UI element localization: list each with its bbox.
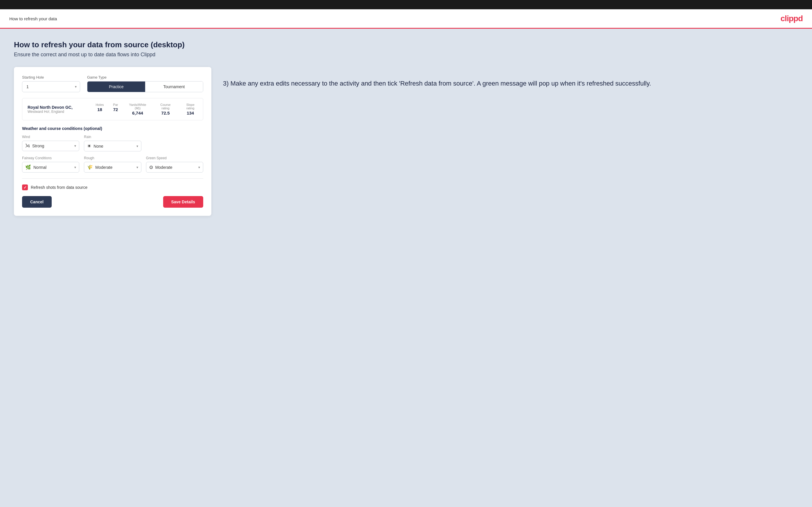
- holes-value: 18: [96, 107, 104, 112]
- yards-label: Yards/White (M)): [128, 103, 148, 110]
- sidebar-text: 3) Make any extra edits necessary to the…: [223, 67, 798, 88]
- logo: clippd: [781, 14, 803, 23]
- rough-group: Rough 🌾 Moderate ▾: [84, 156, 141, 173]
- course-info-box: Royal North Devon GC, Westward Ho!, Engl…: [22, 98, 203, 120]
- content-row: Starting Hole 1 Game Type Practice Tourn…: [14, 67, 798, 216]
- green-speed-label: Green Speed: [146, 156, 203, 160]
- divider: [22, 178, 203, 179]
- fairway-group: Fairway Conditions 🌿 Normal ▾: [22, 156, 79, 173]
- holes-label: Holes: [96, 103, 104, 106]
- fairway-chevron-icon: ▾: [74, 165, 76, 169]
- wind-value: Strong: [32, 144, 68, 148]
- holes-stat: Holes 18: [96, 103, 104, 115]
- wind-select[interactable]: 🌬 Strong ▾: [22, 141, 79, 151]
- slope-rating-value: 134: [183, 111, 198, 115]
- yards-value: 6,744: [128, 111, 148, 115]
- green-speed-value: Moderate: [155, 165, 193, 170]
- green-speed-group: Green Speed ⊙ Moderate ▾: [146, 156, 203, 173]
- rough-select[interactable]: 🌾 Moderate ▾: [84, 162, 141, 173]
- slope-rating-label: Slope rating: [183, 103, 198, 110]
- game-type-buttons: Practice Tournament: [87, 81, 203, 92]
- rain-icon: ☀: [87, 143, 91, 149]
- green-speed-icon: ⊙: [149, 164, 153, 170]
- rough-icon: 🌾: [87, 164, 93, 170]
- page-heading: How to refresh your data from source (de…: [14, 40, 798, 49]
- rain-select[interactable]: ☀ None ▾: [84, 141, 141, 152]
- sidebar-instruction: 3) Make any extra edits necessary to the…: [223, 78, 798, 88]
- fairway-icon: 🌿: [25, 164, 31, 170]
- top-bar: [0, 0, 812, 9]
- wind-rain-row: Wind 🌬 Strong ▾ Rain ☀ None ▾: [22, 135, 203, 152]
- action-row: Cancel Save Details: [22, 196, 203, 208]
- main-content: How to refresh your data from source (de…: [0, 29, 812, 507]
- refresh-label: Refresh shots from data source: [31, 185, 87, 190]
- rough-chevron-icon: ▾: [137, 165, 138, 169]
- par-stat: Par 72: [113, 103, 118, 115]
- yards-stat: Yards/White (M)) 6,744: [128, 103, 148, 115]
- rain-chevron-icon: ▾: [137, 144, 138, 148]
- header-title: How to refresh your data: [9, 16, 57, 21]
- green-speed-select[interactable]: ⊙ Moderate ▾: [146, 162, 203, 173]
- weather-section-label: Weather and course conditions (optional): [22, 126, 203, 131]
- conditions-row-2: Fairway Conditions 🌿 Normal ▾ Rough 🌾 Mo…: [22, 156, 203, 173]
- par-label: Par: [113, 103, 118, 106]
- course-location: Westward Ho!, England: [28, 110, 96, 114]
- wind-group: Wind 🌬 Strong ▾: [22, 135, 79, 152]
- game-type-label: Game Type: [87, 75, 203, 79]
- fairway-select[interactable]: 🌿 Normal ▾: [22, 162, 79, 173]
- header: How to refresh your data clippd: [0, 9, 812, 29]
- rough-label: Rough: [84, 156, 141, 160]
- rough-value: Moderate: [95, 165, 130, 170]
- starting-hole-group: Starting Hole 1: [22, 75, 80, 92]
- page-subheading: Ensure the correct and most up to date d…: [14, 52, 798, 58]
- wind-icon: 🌬: [25, 143, 30, 149]
- starting-hole-select[interactable]: 1: [22, 81, 80, 92]
- starting-hole-select-wrapper[interactable]: 1: [22, 81, 80, 92]
- wind-label: Wind: [22, 135, 79, 139]
- course-stats: Holes 18 Par 72 Yards/White (M)) 6,744 C…: [96, 103, 198, 115]
- form-card: Starting Hole 1 Game Type Practice Tourn…: [14, 67, 211, 216]
- par-value: 72: [113, 107, 118, 112]
- tournament-button[interactable]: Tournament: [145, 81, 203, 92]
- fairway-label: Fairway Conditions: [22, 156, 79, 160]
- practice-button[interactable]: Practice: [87, 81, 145, 92]
- game-type-group: Game Type Practice Tournament: [87, 75, 203, 92]
- wind-chevron-icon: ▾: [74, 144, 76, 148]
- slope-rating-stat: Slope rating 134: [183, 103, 198, 115]
- refresh-row: Refresh shots from data source: [22, 184, 203, 190]
- top-form-row: Starting Hole 1 Game Type Practice Tourn…: [22, 75, 203, 92]
- course-rating-label: Course rating: [157, 103, 174, 110]
- course-rating-value: 72.5: [157, 111, 174, 115]
- fairway-value: Normal: [33, 165, 68, 170]
- green-speed-chevron-icon: ▾: [198, 165, 200, 169]
- starting-hole-label: Starting Hole: [22, 75, 80, 79]
- refresh-checkbox[interactable]: [22, 184, 28, 190]
- cancel-button[interactable]: Cancel: [22, 196, 52, 208]
- save-button[interactable]: Save Details: [163, 196, 204, 208]
- course-name: Royal North Devon GC,: [28, 105, 96, 110]
- course-rating-stat: Course rating 72.5: [157, 103, 174, 115]
- rain-label: Rain: [84, 135, 141, 139]
- rain-group: Rain ☀ None ▾: [84, 135, 141, 152]
- rain-value: None: [94, 144, 130, 149]
- course-name-block: Royal North Devon GC, Westward Ho!, Engl…: [28, 105, 96, 114]
